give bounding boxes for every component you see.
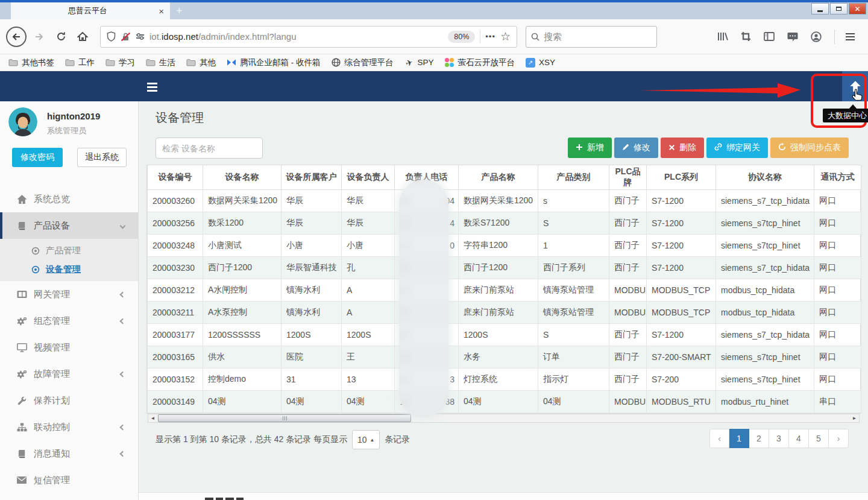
window-close-button[interactable]: ✕ (849, 3, 866, 14)
table-row[interactable]: 200003152控制demo3113153灯控系统指示灯西门子S7-200si… (148, 368, 861, 390)
pager-info-prefix: 显示第 1 到第 10 条记录，总共 42 条记录 每页显示 (156, 434, 347, 445)
table-row[interactable]: 200003256数采1200华辰华辰184数采S71200S西门子S7-120… (148, 212, 861, 234)
toolbar-button[interactable]: 强制同步点表 (770, 138, 849, 158)
column-header: 设备所属客户 (281, 165, 342, 189)
table-cell: 指示灯 (538, 368, 609, 390)
table-cell: 1200SSSSSS (203, 323, 281, 346)
url-bar[interactable]: iot.idosp.net/admin/index.html?langu 80%… (100, 26, 517, 48)
plus-icon (576, 143, 583, 153)
table-row[interactable]: 20000314904测04测04测153804测04测MODBUSMODBUS… (148, 390, 861, 413)
permissions-icon[interactable] (136, 33, 145, 40)
sidebar-item[interactable]: 网关管理 (0, 281, 138, 308)
sidebar-item[interactable]: 消息通知 (0, 440, 138, 467)
table-row[interactable]: 200003248小唐测试小唐小唐130字符串12001西门子S7-1200si… (148, 234, 861, 256)
forward-button[interactable] (30, 28, 48, 46)
bookmark-item[interactable]: ↗ XSY (526, 58, 555, 68)
bookmark-item[interactable]: 腾讯企业邮箱 - 收件箱 (227, 57, 321, 68)
zoom-level-badge[interactable]: 80% (448, 31, 475, 43)
page-button[interactable]: 4 (789, 429, 809, 448)
next-page-button[interactable]: › (829, 429, 849, 448)
bookmark-item[interactable]: 生活 (146, 57, 175, 68)
sidebar-item[interactable]: 保养计划 (0, 387, 138, 414)
sidebar-subitem[interactable]: 产品管理 (0, 241, 138, 260)
messages-icon[interactable] (787, 32, 798, 42)
bookmark-item[interactable]: 学习 (105, 57, 135, 68)
screenshot-icon[interactable] (741, 31, 751, 42)
window-maximize-button[interactable] (830, 3, 848, 14)
sidebar-toggle-icon[interactable] (764, 32, 775, 41)
page-actions-icon[interactable]: ••• (485, 32, 495, 41)
page-size-dropdown[interactable]: 10 ▲ (352, 430, 380, 449)
main-content: 设备管理 新增 修改 删除 绑定网关 强制同步点表 设备编号设备名称设备所属客户… (139, 101, 868, 500)
table-cell: 04测 (342, 390, 395, 413)
sidebar-subitem[interactable]: 设备管理 (0, 260, 138, 279)
monitor-icon (16, 343, 28, 352)
browser-tab[interactable]: 思普云平台 × (11, 2, 170, 19)
toolbar-button[interactable]: 新增 (568, 138, 612, 158)
library-icon[interactable] (717, 31, 728, 42)
table-row[interactable]: 200003212A水闸控制镇海水利A13庶来门前泵站镇海泵站管理MODBUSM… (148, 279, 861, 301)
horizontal-scrollbar[interactable]: ◄ ► (148, 414, 860, 423)
device-search-input[interactable] (156, 138, 263, 159)
toolbar-button[interactable]: 删除 (661, 138, 704, 158)
tab-close-icon[interactable]: × (159, 6, 164, 16)
insecure-lock-icon[interactable] (121, 32, 131, 42)
page-button[interactable]: 1 (729, 429, 749, 448)
bookmark-item[interactable]: 工作 (65, 57, 95, 68)
scroll-left-icon[interactable]: ◄ (148, 414, 157, 422)
bookmark-item[interactable]: 其他书签 (8, 57, 54, 68)
sidebar-item[interactable]: 短信管理 (0, 467, 138, 493)
reload-icon (56, 31, 66, 42)
sidebar-item[interactable]: 产品设备 (0, 212, 138, 239)
hand-cursor-icon (852, 88, 863, 104)
sidebar-item[interactable]: 视频管理 (0, 334, 138, 361)
sidebar-item[interactable]: 系统总览 (0, 186, 138, 212)
page-button[interactable]: 5 (809, 429, 829, 448)
caret-up-icon: ▲ (370, 437, 375, 443)
prev-page-button[interactable]: ‹ (709, 429, 729, 448)
shield-icon[interactable] (107, 31, 116, 42)
table-cell: 西门子 (609, 212, 647, 234)
table-row[interactable]: 200003230西门子1200华辰智通科技孔15西门子1200西门子系列西门子… (148, 256, 861, 279)
back-button[interactable] (6, 27, 27, 47)
toolbar-button[interactable]: 修改 (614, 138, 658, 158)
table-row[interactable]: 200003260数据网关采集1200华辰华辰1804数据网关采集1200s西门… (148, 189, 861, 212)
table-cell: 控制demo (203, 368, 281, 390)
scroll-right-icon[interactable]: ► (850, 414, 859, 422)
sidebar-item[interactable]: 联动控制 (0, 414, 138, 440)
bookmark-item[interactable]: 其他 (186, 57, 216, 68)
scrollbar-thumb[interactable] (158, 414, 411, 422)
account-icon[interactable] (811, 31, 822, 42)
table-row[interactable]: 200003211A水泵控制镇海水利A13庶来门前泵站镇海泵站管理MODBUSM… (148, 301, 861, 323)
browser-search-box[interactable] (526, 26, 657, 48)
window-minimize-button[interactable] (811, 3, 829, 14)
browser-search-input[interactable] (544, 31, 634, 42)
toolbar-button[interactable]: 绑定网关 (706, 138, 768, 158)
table-cell: 200003149 (148, 390, 203, 413)
table-row[interactable]: 200003165供水医院王18水务订单西门子S7-200-SMARTsieme… (148, 346, 861, 368)
bookmark-item[interactable]: ✈ SPY (404, 58, 434, 68)
page-button[interactable]: 2 (749, 429, 769, 448)
bookmark-star-icon[interactable]: ☆ (500, 30, 511, 43)
home-button[interactable] (74, 28, 92, 46)
table-cell: 1 (538, 234, 609, 256)
table-row[interactable]: 2000031771200SSSSSS1200S1200S151200SS西门子… (148, 323, 861, 346)
table-cell: 西门子 (609, 368, 647, 390)
change-password-button[interactable]: 修改密码 (12, 148, 63, 167)
sidebar-item[interactable]: 组态管理 (0, 308, 138, 334)
reload-button[interactable] (52, 28, 70, 46)
table-cell: 华辰 (342, 189, 395, 212)
page-button[interactable]: 3 (769, 429, 789, 448)
logout-button[interactable]: 退出系统 (77, 148, 127, 167)
column-header: PLC品牌 (609, 165, 647, 189)
bookmark-item[interactable]: 萤石云开放平台 (445, 57, 515, 68)
search-icon (531, 33, 539, 41)
sidebar-menu: 系统总览 产品设备 产品管理 设备管理 网关管理 组态管理 视频管理 故障管理 (0, 186, 138, 493)
sidebar-item[interactable]: 故障管理 (0, 361, 138, 387)
sidebar-collapse-icon[interactable] (147, 83, 157, 92)
bookmark-item[interactable]: 综合管理平台 (332, 57, 394, 68)
table-cell: S7-1200 (647, 212, 716, 234)
new-tab-icon[interactable]: + (176, 5, 183, 17)
table-cell: 200003152 (148, 368, 203, 390)
menu-icon[interactable] (846, 33, 855, 40)
